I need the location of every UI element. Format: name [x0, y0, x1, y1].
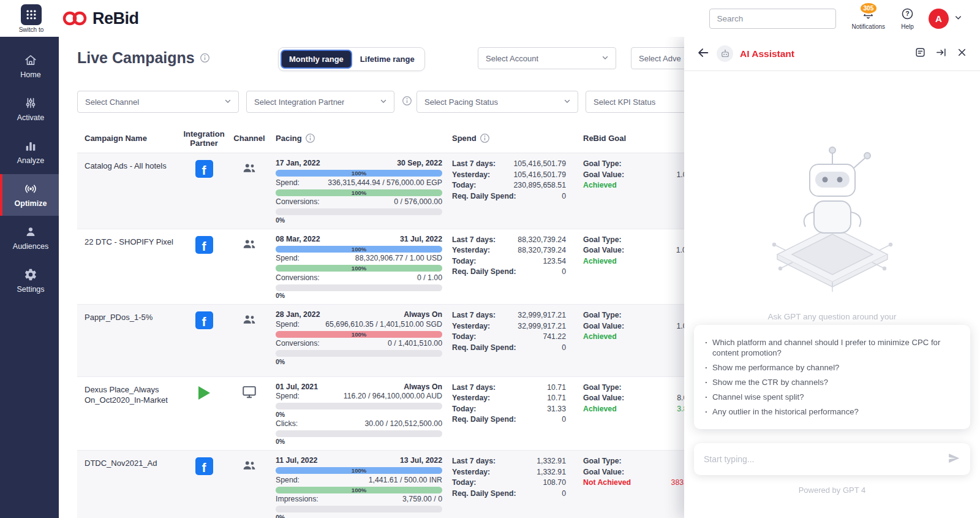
- page-title-info-icon[interactable]: [200, 53, 210, 63]
- metric-label: Impressions:: [276, 495, 318, 505]
- collapse-icon[interactable]: [935, 47, 947, 61]
- spend-label: Req. Daily Spend:: [452, 489, 516, 500]
- close-icon[interactable]: [956, 47, 968, 61]
- help-button[interactable]: ? Help: [901, 7, 914, 30]
- select-pacing-status-dropdown[interactable]: Select Pacing Status: [417, 91, 578, 113]
- pacing-start-date: 11 Jul, 2022: [276, 456, 317, 466]
- send-icon[interactable]: [948, 452, 960, 467]
- broadcast-icon: [24, 182, 37, 196]
- suggestion-item[interactable]: Show me the CTR by channels?: [704, 377, 960, 387]
- progress-label: 100%: [276, 331, 442, 338]
- goal-label: Goal Type:: [583, 456, 622, 467]
- progress-bar: 100%: [276, 265, 442, 272]
- header-pacing: Pacing: [271, 131, 448, 146]
- avatar[interactable]: A: [929, 9, 949, 29]
- spend-cell: Last 7 days:88,320,739.24Yesterday:88,32…: [448, 234, 575, 301]
- back-arrow-icon[interactable]: [696, 46, 710, 62]
- spend-value: 741.22: [543, 332, 566, 343]
- account-chevron-icon[interactable]: [954, 13, 963, 25]
- goal-label: Achieved: [583, 332, 617, 343]
- spend-label: Req. Daily Spend:: [452, 414, 516, 425]
- spend-value: 105,416,501.79: [514, 159, 566, 170]
- spend-label: Last 7 days:: [452, 159, 496, 170]
- sidebar-item-activate[interactable]: Activate: [0, 88, 59, 130]
- metric-value: 0 / 1,401,510.00: [388, 339, 442, 349]
- metric-label: Spend:: [276, 392, 300, 402]
- ai-chat-input[interactable]: [704, 454, 948, 464]
- pacing-cell: 11 Jul, 202213 Jul, 2022100%Spend:1,441.…: [271, 455, 448, 518]
- goal-label: Goal Value:: [583, 321, 624, 332]
- ai-footer-text: Powered by GPT 4: [684, 486, 980, 495]
- campaign-name[interactable]: 22 DTC - SHOPIFY Pixel: [77, 234, 180, 301]
- campaign-name[interactable]: Dexus Place_Always On_Oct2020_In-Market: [77, 382, 180, 447]
- ai-assistant-panel: AI Assistant Ask GPT any question around…: [684, 37, 980, 518]
- search-input[interactable]: [709, 9, 836, 29]
- select-integration-partner-dropdown[interactable]: Select Integration Partner: [246, 91, 394, 113]
- sidebar-item-audiences[interactable]: Audiences: [0, 217, 59, 259]
- pacing-start-date: 08 Mar, 2022: [276, 235, 320, 245]
- metric-label: Conversions:: [276, 339, 320, 349]
- spend-value: 108.70: [543, 478, 566, 489]
- table-row[interactable]: DTDC_Nov2021_Adf11 Jul, 202213 Jul, 2022…: [77, 451, 698, 518]
- pacing-dates: 01 Jul, 2021Always On: [276, 383, 442, 392]
- table-row[interactable]: Pappr_PDos_1-5%f28 Jan, 2022Always OnSpe…: [77, 305, 698, 377]
- notifications-label: Notifications: [852, 23, 885, 30]
- spend-value: 0: [562, 267, 566, 278]
- progress-bar: [276, 506, 442, 512]
- sidebar-item-home[interactable]: Home: [0, 45, 59, 87]
- metric-value: 30.00 / 120,512,500.00: [365, 419, 443, 429]
- sidebar-item-optimize[interactable]: Optimize: [0, 174, 59, 216]
- suggestion-item[interactable]: Show me performance by channel?: [704, 362, 960, 373]
- lifetime-range-button[interactable]: Lifetime range: [352, 50, 423, 68]
- monthly-range-button[interactable]: Monthly range: [281, 50, 352, 69]
- pacing-cell: 08 Mar, 202231 Jul, 2022100%Spend:88,320…: [271, 234, 448, 301]
- pacing-dates: 08 Mar, 202231 Jul, 2022: [276, 235, 442, 245]
- spend-label: Yesterday:: [452, 245, 490, 256]
- range-toggle: Monthly range Lifetime range: [278, 47, 425, 71]
- sidebar-item-settings[interactable]: Settings: [0, 260, 59, 302]
- spend-value: 0: [562, 343, 566, 354]
- campaign-name[interactable]: Pappr_PDos_1-5%: [77, 310, 180, 373]
- select-account-dropdown[interactable]: Select Account: [478, 47, 616, 69]
- table-row[interactable]: Catalog Ads - All hotelsf17 Jan, 202230 …: [77, 153, 698, 229]
- metric-value: 0 / 576,000.00: [394, 197, 442, 207]
- progress-label: 100%: [276, 170, 442, 177]
- metric-label: Spend:: [276, 254, 300, 264]
- audience-icon: [228, 158, 271, 225]
- page-title: Live Campaigns: [77, 49, 195, 67]
- pacing-info-icon[interactable]: [305, 133, 315, 143]
- header-spend: Spend: [448, 131, 575, 146]
- rebid-goal-cell: Goal Type:CGoal Value:1.00 SAchieved0 S: [575, 310, 698, 373]
- suggestion-item[interactable]: Which platform and channel should I pref…: [704, 337, 960, 358]
- spend-label: Last 7 days:: [452, 456, 496, 467]
- spend-label: Last 7 days:: [452, 310, 496, 321]
- notes-icon[interactable]: [914, 47, 926, 61]
- suggestion-item[interactable]: Channel wise spent split?: [704, 392, 960, 402]
- progress-bar: [276, 284, 442, 291]
- table-row[interactable]: 22 DTC - SHOPIFY Pixelf08 Mar, 202231 Ju…: [77, 229, 698, 305]
- spend-cell: Last 7 days:10.71Yesterday:10.71Today:31…: [448, 382, 575, 447]
- header-campaign-name: Campaign Name: [77, 131, 180, 145]
- spend-label: Last 7 days:: [452, 235, 496, 246]
- display-icon: [228, 382, 271, 447]
- table-row[interactable]: Dexus Place_Always On_Oct2020_In-Market0…: [77, 377, 698, 451]
- brand-logo[interactable]: ReBid: [61, 9, 139, 28]
- rebid-goal-cell: Goal Type:CGoal Value:8.00 AAchieved3.87…: [575, 382, 698, 447]
- campaign-name[interactable]: Catalog Ads - All hotels: [77, 158, 180, 225]
- campaign-name[interactable]: DTDC_Nov2021_Ad: [77, 455, 180, 518]
- metric-value: 1,441.61 / 500.00 INR: [369, 476, 442, 486]
- notifications-button[interactable]: 305 Notifications: [852, 7, 885, 30]
- spend-value: 10.71: [547, 383, 566, 394]
- switch-to-label: Switch to: [17, 26, 45, 33]
- spend-info-icon[interactable]: [480, 133, 490, 143]
- robot-avatar-icon: [717, 45, 733, 62]
- select-channel-dropdown[interactable]: Select Channel: [77, 91, 239, 113]
- integration-partner-info-icon[interactable]: [402, 96, 412, 106]
- sidebar-item-label: Audiences: [13, 242, 48, 251]
- sidebar-item-analyze[interactable]: Analyze: [0, 131, 59, 173]
- suggestion-item[interactable]: Any outlier in the historical performanc…: [704, 406, 960, 417]
- progress-bar: 100%: [276, 487, 442, 493]
- spend-label: Yesterday:: [452, 321, 490, 332]
- switch-to-button[interactable]: Switch to: [17, 4, 45, 33]
- pacing-dates: 17 Jan, 202230 Sep, 2022: [276, 159, 442, 169]
